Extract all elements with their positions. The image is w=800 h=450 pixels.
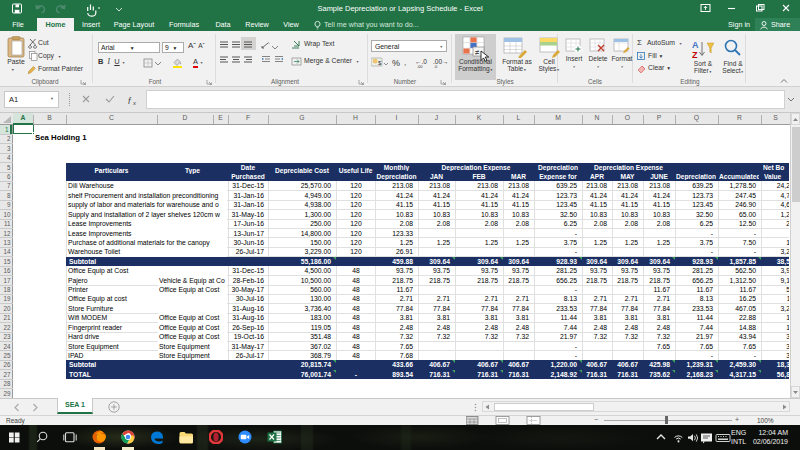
- svg-text:x: x: [132, 100, 137, 106]
- svg-text:%: %: [392, 58, 400, 68]
- svg-text:,: ,: [404, 58, 406, 67]
- svg-text:A: A: [692, 40, 699, 50]
- svg-text:Z: Z: [692, 50, 698, 60]
- svg-text:.00: .00: [417, 64, 423, 69]
- svg-text:f: f: [128, 96, 132, 106]
